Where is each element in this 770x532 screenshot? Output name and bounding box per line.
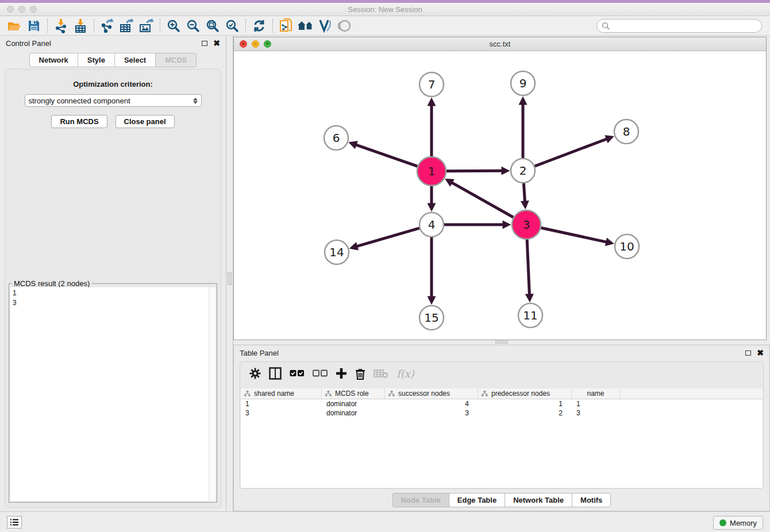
column-header[interactable]: MCDS role — [322, 388, 385, 399]
graph-edge-4-14[interactable] — [357, 228, 419, 246]
mcds-result-text[interactable]: 1 3 — [10, 287, 209, 501]
criterion-value: strongly connected component — [29, 97, 130, 105]
refresh-icon[interactable] — [249, 17, 269, 34]
zoom-out-icon[interactable] — [183, 17, 203, 34]
result-scrollbar[interactable] — [209, 287, 215, 501]
close-panel-icon[interactable]: ✖ — [757, 349, 764, 357]
column-header[interactable]: successor nodes — [385, 388, 478, 399]
graph-edge-1-6[interactable] — [356, 145, 417, 167]
table-cell[interactable]: dominator — [322, 399, 385, 408]
float-panel-icon[interactable] — [745, 350, 751, 356]
tab-network[interactable]: Network — [29, 53, 78, 67]
table-row[interactable]: 1dominator411 — [241, 399, 763, 408]
table-cell[interactable]: 2 — [478, 408, 572, 418]
table-cell[interactable]: 4 — [385, 399, 478, 408]
graph-node-2[interactable]: 2 — [511, 159, 535, 183]
tab-network-table[interactable]: Network Table — [505, 493, 572, 507]
graph-node-6[interactable]: 6 — [324, 126, 348, 150]
import-network-icon[interactable] — [51, 17, 71, 34]
graph-node-8[interactable]: 8 — [614, 119, 638, 144]
eye-icon[interactable] — [335, 17, 355, 34]
close-panel-icon[interactable]: ✖ — [213, 39, 220, 47]
horizontal-splitter[interactable] — [233, 340, 770, 345]
search-icon — [602, 22, 610, 30]
graph-node-7[interactable]: 7 — [419, 72, 444, 97]
zoom-in-icon[interactable] — [164, 17, 183, 34]
network-window-titlebar[interactable]: × − + scc.txt — [234, 37, 766, 51]
tab-node-table[interactable]: Node Table — [392, 493, 449, 507]
fx-icon[interactable]: f(x) — [396, 368, 414, 380]
tab-style[interactable]: Style — [78, 53, 114, 67]
export-table-icon[interactable] — [117, 17, 137, 34]
graph-node-14[interactable]: 14 — [325, 240, 349, 264]
vertical-splitter[interactable] — [226, 36, 233, 511]
graph-edge-2-3[interactable] — [523, 183, 525, 202]
column-header[interactable]: name — [572, 388, 620, 399]
graph-node-15[interactable]: 15 — [419, 306, 444, 330]
search-input[interactable] — [610, 20, 761, 32]
session-home-icon[interactable] — [296, 17, 315, 34]
network-graph[interactable]: 7968124314101511 — [234, 51, 766, 340]
table-cell[interactable]: 1 — [478, 399, 572, 408]
run-mcds-button[interactable]: Run MCDS — [51, 115, 107, 128]
tab-mcds[interactable]: MCDS — [155, 53, 197, 67]
graph-edge-3-10[interactable] — [541, 228, 606, 242]
svg-text:8: 8 — [623, 125, 630, 138]
criterion-select[interactable]: strongly connected component — [25, 94, 202, 107]
columns-icon[interactable] — [269, 367, 282, 380]
delete-table-icon[interactable] — [374, 368, 388, 379]
save-icon[interactable] — [24, 17, 44, 34]
network-canvas[interactable]: 7968124314101511 — [234, 51, 766, 340]
svg-text:9: 9 — [519, 76, 527, 90]
graph-edge-1-2[interactable] — [446, 171, 502, 171]
svg-text:15: 15 — [424, 311, 438, 325]
delete-icon[interactable] — [355, 368, 365, 380]
memory-button[interactable]: Memory — [713, 516, 763, 530]
graph-edge-2-8[interactable] — [535, 139, 607, 167]
vizmapper-icon[interactable] — [315, 17, 335, 34]
titlebar: Session: New Session — [0, 3, 770, 16]
graph-node-4[interactable]: 4 — [419, 213, 444, 237]
snapshot-icon[interactable] — [276, 17, 296, 34]
splitter-handle[interactable] — [228, 272, 232, 285]
table-cell[interactable]: 1 — [241, 399, 322, 408]
task-history-button[interactable] — [7, 516, 22, 529]
column-header[interactable]: shared name — [241, 388, 322, 399]
table-cell[interactable]: 3 — [241, 408, 322, 418]
tab-select[interactable]: Select — [114, 53, 155, 67]
import-table-icon[interactable] — [71, 17, 90, 34]
splitter-handle[interactable] — [495, 341, 508, 344]
graph-node-10[interactable]: 10 — [615, 234, 639, 259]
table-cell[interactable]: 3 — [572, 408, 620, 418]
open-folder-icon[interactable] — [5, 17, 24, 34]
graph-edge-3-11[interactable] — [527, 240, 529, 295]
graph-node-9[interactable]: 9 — [511, 71, 535, 95]
export-image-icon[interactable] — [137, 17, 156, 34]
float-panel-icon[interactable] — [202, 41, 207, 46]
zoom-selected-icon[interactable] — [222, 17, 242, 34]
table-cell[interactable]: dominator — [322, 408, 385, 418]
node-table[interactable]: shared nameMCDS rolesuccessor nodesprede… — [241, 388, 763, 488]
zoom-fit-icon[interactable] — [203, 17, 222, 34]
graph-edge-3-1[interactable] — [452, 183, 514, 218]
graph-node-11[interactable]: 11 — [518, 303, 542, 327]
control-panel-title: Control Panel — [6, 39, 51, 48]
table-cell[interactable]: 3 — [385, 408, 478, 418]
tab-motifs[interactable]: Motifs — [572, 493, 611, 507]
table-cell[interactable]: 1 — [572, 399, 620, 408]
mcds-result-title: MCDS result (2 nodes) — [11, 279, 92, 288]
column-header[interactable]: predecessor nodes — [478, 388, 572, 399]
add-icon[interactable] — [336, 368, 347, 379]
deselect-all-icon[interactable] — [313, 369, 328, 377]
graph-node-1[interactable]: 1 — [417, 157, 446, 186]
tab-edge-table[interactable]: Edge Table — [449, 493, 505, 507]
table-row[interactable]: 3dominator323 — [241, 408, 763, 418]
export-network-icon[interactable] — [98, 17, 117, 34]
graph-node-3[interactable]: 3 — [512, 210, 541, 239]
mcds-result-box: MCDS result (2 nodes) 1 3 — [9, 283, 217, 503]
gear-icon[interactable] — [249, 368, 261, 379]
close-panel-button[interactable]: Close panel — [116, 115, 175, 128]
svg-text:7: 7 — [428, 78, 436, 91]
toolbar-separator — [160, 19, 160, 33]
select-all-icon[interactable] — [290, 369, 305, 377]
